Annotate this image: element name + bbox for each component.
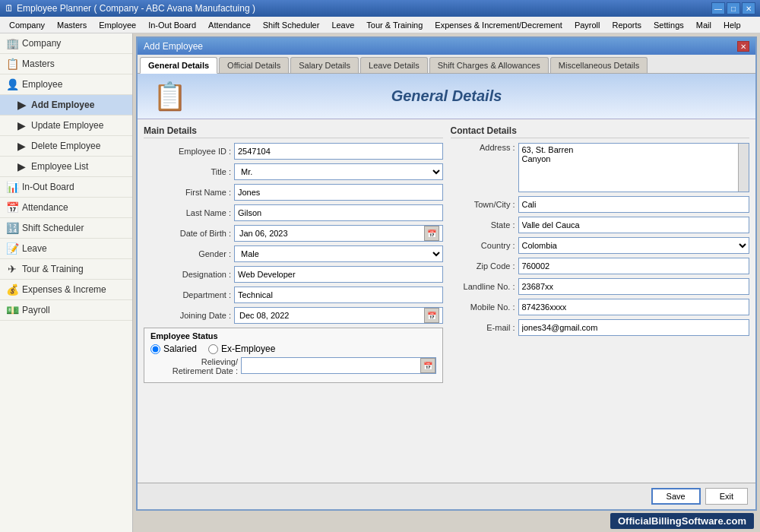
salaried-option[interactable]: Salaried <box>150 344 197 354</box>
designation-label: Designation : <box>144 270 231 279</box>
close-button[interactable]: ✕ <box>742 2 755 14</box>
save-button[interactable]: Save <box>651 488 701 505</box>
first-name-input[interactable] <box>234 184 443 201</box>
gender-select[interactable]: Male Female Other <box>234 245 443 262</box>
department-input[interactable] <box>234 287 443 303</box>
tab-leave-details[interactable]: Leave Details <box>360 57 428 73</box>
landline-row: Landline No. : <box>451 278 750 295</box>
zip-row: Zip Code : <box>451 258 750 274</box>
maximize-button[interactable]: □ <box>727 2 740 14</box>
tab-bar: General Details Official Details Salary … <box>138 55 755 74</box>
town-label: Town/City : <box>451 200 515 209</box>
town-input[interactable] <box>518 196 750 213</box>
email-input[interactable] <box>518 319 750 336</box>
form-header-title: General Details <box>391 87 502 105</box>
tour-training-icon: ✈ <box>6 263 18 275</box>
department-row: Department : <box>144 287 443 303</box>
title-select[interactable]: Mr. Mrs. Ms. Dr. <box>234 163 443 180</box>
tab-shift-charges[interactable]: Shift Charges & Allowances <box>429 57 549 73</box>
employee-status-title: Employee Status <box>150 331 436 340</box>
country-row: Country : Colombia USA UK India <box>451 237 750 254</box>
sidebar-label-delete-employee: Delete Employee <box>31 141 100 151</box>
menu-masters[interactable]: Masters <box>51 19 93 31</box>
sidebar-label-employee: Employee <box>22 79 62 90</box>
relieving-date-button[interactable]: 📅 <box>420 358 435 373</box>
form-right: Contact Details Address : 63, St. Barren… <box>451 125 750 477</box>
town-row: Town/City : <box>451 196 750 213</box>
zip-label: Zip Code : <box>451 261 515 271</box>
menu-attendance[interactable]: Attendance <box>202 19 257 31</box>
state-input[interactable] <box>518 217 750 233</box>
zip-input[interactable] <box>518 258 750 274</box>
menu-expenses[interactable]: Expenses & Increment/Decrement <box>429 19 568 31</box>
sidebar-item-employee[interactable]: 👤 Employee <box>0 74 132 95</box>
sidebar-item-delete-employee[interactable]: ▶ Delete Employee <box>0 136 132 157</box>
menu-payroll[interactable]: Payroll <box>568 19 606 31</box>
sidebar-item-employee-list[interactable]: ▶ Employee List <box>0 157 132 177</box>
add-employee-dialog: Add Employee ✕ General Details Official … <box>136 36 757 511</box>
employee-status-box: Employee Status Salaried Ex-Employee <box>144 328 443 383</box>
first-name-label: First Name : <box>144 188 231 197</box>
sidebar-item-payroll[interactable]: 💵 Payroll <box>0 300 132 321</box>
sidebar-item-expenses[interactable]: 💰 Expenses & Increme <box>0 280 132 300</box>
address-label: Address : <box>451 143 515 152</box>
sidebar-item-shift-scheduler[interactable]: 🔢 Shift Scheduler <box>0 218 132 239</box>
tab-general-details[interactable]: General Details <box>140 57 217 74</box>
mobile-label: Mobile No. : <box>451 302 515 312</box>
sidebar-item-masters[interactable]: 📋 Masters <box>0 54 132 74</box>
exit-button[interactable]: Exit <box>705 488 748 505</box>
ex-employee-option[interactable]: Ex-Employee <box>208 344 275 354</box>
sidebar-item-in-out-board[interactable]: 📊 In-Out Board <box>0 177 132 198</box>
country-label: Country : <box>451 241 515 250</box>
salaried-radio[interactable] <box>150 344 160 354</box>
sidebar-item-attendance[interactable]: 📅 Attendance <box>0 198 132 218</box>
dob-date-field: Jan 06, 2023 📅 <box>234 225 443 242</box>
menu-company[interactable]: Company <box>3 19 51 31</box>
relieving-row: Relieving/Retirement Date : 📅 <box>150 357 436 375</box>
designation-input[interactable] <box>234 266 443 283</box>
employee-id-label: Employee ID : <box>144 147 231 156</box>
employee-id-input[interactable] <box>234 143 443 160</box>
menu-in-out-board[interactable]: In-Out Board <box>142 19 202 31</box>
dialog-close-button[interactable]: ✕ <box>737 41 749 52</box>
menu-leave[interactable]: Leave <box>325 19 360 31</box>
sidebar-item-update-employee[interactable]: ▶ Update Employee <box>0 116 132 136</box>
sidebar-label-employee-list: Employee List <box>31 161 88 172</box>
country-select[interactable]: Colombia USA UK India <box>518 237 750 254</box>
tab-official-details[interactable]: Official Details <box>219 57 289 73</box>
joining-date-calendar-button[interactable]: 📅 <box>424 308 439 323</box>
expenses-icon: 💰 <box>6 283 18 296</box>
sidebar-item-leave[interactable]: 📝 Leave <box>0 239 132 259</box>
designation-row: Designation : <box>144 266 443 283</box>
ex-employee-radio[interactable] <box>208 344 218 354</box>
dob-label: Date of Birth : <box>144 229 231 238</box>
sidebar-item-company[interactable]: 🏢 Company <box>0 33 132 54</box>
menu-shift-scheduler[interactable]: Shift Scheduler <box>257 19 326 31</box>
mobile-input[interactable] <box>518 299 750 315</box>
landline-input[interactable] <box>518 278 750 295</box>
last-name-input[interactable] <box>234 204 443 221</box>
tab-misc-details[interactable]: Miscellaneous Details <box>550 57 648 73</box>
app-title: Employee Planner ( Company - ABC Avana M… <box>17 3 255 14</box>
employee-list-arrow-icon: ▶ <box>15 160 27 173</box>
sidebar-item-add-employee[interactable]: ▶ Add Employee <box>0 95 132 116</box>
dialog-title-text: Add Employee <box>144 41 203 52</box>
menu-reports[interactable]: Reports <box>606 19 648 31</box>
address-scrollbar[interactable] <box>738 144 749 192</box>
menu-tour-training[interactable]: Tour & Training <box>360 19 429 31</box>
sidebar-item-tour-training[interactable]: ✈ Tour & Training <box>0 259 132 280</box>
email-row: E-mail : <box>451 319 750 336</box>
dob-value: Jan 06, 2023 <box>238 229 424 238</box>
menu-mail[interactable]: Mail <box>690 19 717 31</box>
dob-calendar-button[interactable]: 📅 <box>424 226 439 241</box>
minimize-button[interactable]: — <box>711 2 725 14</box>
sidebar-label-payroll: Payroll <box>22 305 50 315</box>
menu-settings[interactable]: Settings <box>648 19 690 31</box>
tab-salary-details[interactable]: Salary Details <box>290 57 359 73</box>
employee-id-row: Employee ID : <box>144 143 443 160</box>
department-label: Department : <box>144 290 231 299</box>
shift-scheduler-icon: 🔢 <box>6 222 18 234</box>
form-header-icon: 📋 <box>153 81 187 112</box>
menu-help[interactable]: Help <box>717 19 747 31</box>
menu-employee[interactable]: Employee <box>93 19 142 31</box>
